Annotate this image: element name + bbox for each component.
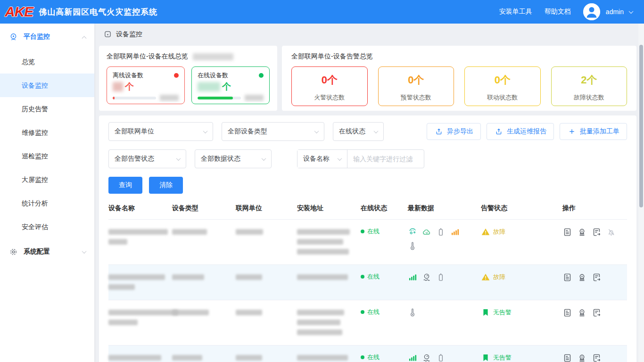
add-workorder-icon[interactable] — [592, 272, 601, 282]
redacted-text — [297, 320, 340, 325]
sidebar-item-history-alarms[interactable]: 历史告警 — [0, 97, 94, 121]
device-name-select[interactable]: 设备名称 — [297, 150, 347, 168]
chevron-up-icon — [82, 36, 87, 41]
row-actions — [562, 227, 625, 237]
add-workorder-icon[interactable] — [592, 353, 601, 362]
scrollbar-thumb[interactable] — [639, 45, 643, 207]
online-dot-icon — [361, 230, 364, 233]
batch-add-workorder-button[interactable]: 批量添加工单 — [560, 123, 627, 140]
device-camera-icon[interactable] — [577, 227, 586, 237]
battery-icon — [436, 227, 446, 237]
sidebar-item-overview[interactable]: 总览 — [0, 50, 94, 74]
online-status-select[interactable]: 在线状态 — [333, 122, 384, 141]
offline-progress-bar — [113, 97, 156, 99]
redacted-text — [297, 329, 342, 335]
redacted-text — [108, 274, 165, 280]
battery-icon — [436, 272, 446, 282]
signal-green-icon — [408, 353, 417, 362]
offline-progress-fill — [113, 97, 115, 99]
online-status-dot — [259, 73, 264, 78]
online-dot-icon — [361, 275, 364, 279]
redacted-text — [297, 274, 348, 280]
alarm-card-count: 0个 — [292, 73, 367, 87]
online-devices-card: 在线设备数 个 — [191, 66, 270, 104]
alarm-card-label: 故障状态数 — [552, 93, 627, 102]
device-camera-icon[interactable] — [577, 272, 586, 282]
sidebar: 平台监控 总览 设备监控 历史告警 维修监控 巡检监控 大屏监控 统计分析 安全… — [0, 24, 94, 362]
device-camera-icon[interactable] — [577, 353, 586, 362]
device-row: 在线无告警 — [108, 346, 627, 362]
redacted-text — [172, 229, 207, 235]
nav-install-tool[interactable]: 安装单工具 — [499, 8, 532, 16]
add-workorder-icon[interactable] — [592, 308, 601, 317]
chevron-down-icon — [203, 129, 208, 133]
avatar[interactable] — [583, 3, 600, 20]
col-online-status: 在线状态 — [361, 198, 408, 220]
upload-icon — [494, 127, 504, 136]
signal-green-icon — [408, 272, 417, 282]
nav-help-docs[interactable]: 帮助文档 — [545, 8, 571, 16]
online-overview-title: 全部联网单位-设备在线总览 — [107, 52, 188, 61]
cloud-icon — [422, 227, 431, 237]
device-row: 在线故障 — [108, 265, 627, 300]
add-workorder-icon[interactable] — [592, 227, 601, 237]
sidebar-item-statistics[interactable]: 统计分析 — [0, 191, 94, 215]
online-progress-bar — [198, 97, 241, 99]
fault-count-card: 2个 故障状态数 — [551, 66, 627, 106]
sidebar-group-system-config[interactable]: 系统配置 — [0, 239, 94, 265]
sidebar-item-inspection-monitor[interactable]: 巡检监控 — [0, 144, 94, 168]
thermometer-icon — [408, 308, 417, 317]
query-button[interactable]: 查询 — [108, 177, 142, 194]
async-export-button[interactable]: 异步导出 — [427, 123, 481, 140]
generate-report-button[interactable]: 生成运维报告 — [487, 123, 554, 140]
redacted-percentage — [160, 95, 179, 101]
sidebar-group-platform-monitor[interactable]: 平台监控 — [0, 24, 94, 50]
device-type-select[interactable]: 全部设备类型 — [222, 122, 324, 141]
device-camera-icon[interactable] — [577, 308, 586, 317]
keyword-input[interactable] — [347, 150, 424, 167]
redacted-text — [236, 229, 263, 235]
device-detail-icon[interactable] — [562, 353, 572, 362]
device-table-body: 在线故障在线故障在线无告警在线无告警 — [108, 220, 627, 362]
sidebar-item-device-monitor[interactable]: 设备监控 — [0, 74, 94, 97]
alarm-status-label: 故障 — [493, 228, 505, 236]
sensor-icon — [408, 227, 417, 237]
row-actions — [562, 353, 625, 362]
redacted-text — [236, 274, 262, 280]
breadcrumb-label: 设备监控 — [116, 30, 142, 39]
redacted-percentage — [245, 95, 264, 101]
redacted-text — [297, 310, 344, 315]
sidebar-item-bigscreen-monitor[interactable]: 大屏监控 — [0, 168, 94, 191]
bookmark-icon — [481, 308, 490, 317]
offline-unit: 个 — [125, 81, 134, 93]
warning-icon — [481, 272, 490, 282]
alarm-status-select[interactable]: 全部告警状态 — [108, 149, 186, 168]
alarm-status: 无告警 — [481, 308, 561, 317]
redacted-text — [108, 284, 135, 290]
device-detail-icon[interactable] — [562, 227, 572, 237]
redacted-text — [297, 249, 349, 255]
offline-devices-label: 离线设备数 — [113, 71, 143, 80]
clear-button[interactable]: 清除 — [149, 177, 183, 194]
online-status: 在线 — [361, 353, 406, 362]
col-network-unit: 联网单位 — [236, 198, 297, 220]
row-actions — [562, 272, 625, 282]
chevron-down-icon — [262, 156, 266, 161]
sidebar-item-repair-monitor[interactable]: 维修监控 — [0, 121, 94, 144]
alarm-status: 故障 — [481, 227, 561, 237]
device-detail-icon[interactable] — [562, 308, 572, 317]
data-status-select[interactable]: 全部数据状态 — [195, 149, 272, 168]
network-unit-select[interactable]: 全部联网单位 — [108, 122, 213, 141]
offline-devices-card: 离线设备数 个 — [107, 66, 185, 104]
meter-icon — [422, 272, 431, 282]
top-header: AKE 佛山高新园区电气火灾监控系统 安装单工具 帮助文档 admin — [0, 0, 644, 24]
sidebar-item-safety-assessment[interactable]: 安全评估 — [0, 215, 94, 239]
device-detail-icon[interactable] — [562, 272, 572, 282]
scrollbar-track[interactable] — [638, 24, 644, 362]
alarm-status-label: 无告警 — [493, 308, 512, 317]
device-row: 在线无告警 — [108, 300, 627, 346]
user-menu[interactable]: admin — [583, 3, 633, 20]
alarm-overview-title: 全部联网单位-设备告警总览 — [291, 52, 373, 61]
meter-icon — [422, 353, 431, 362]
online-status: 在线 — [361, 227, 406, 236]
